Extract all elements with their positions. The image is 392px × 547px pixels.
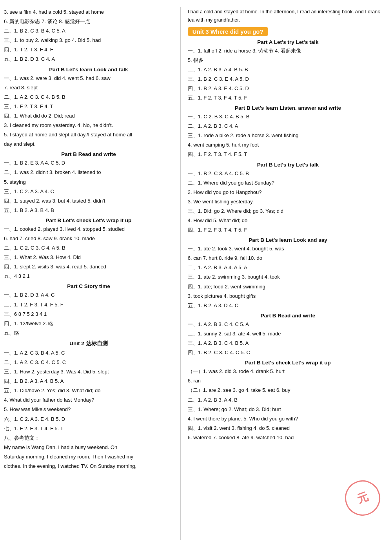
answer-line: （一）1. was 2. did 3. rode 4. drank 5. hur… <box>188 367 388 376</box>
answer-line: 四、1. slept 2. visits 3. was 4. read 5. d… <box>4 263 173 271</box>
answer-line: 二、1. B 2. C 3. B 4. C 5. A <box>4 27 173 35</box>
answer-line: 二、1. A 2. C 3. C 4. C 5. C <box>4 358 173 367</box>
answer-line: 八、参考范文： <box>4 434 173 442</box>
section-title: Part B Read and write <box>188 313 388 319</box>
answer-line: 五、4 3 2 1 <box>4 272 173 281</box>
intro-text: I had a cold and stayed at home. In the … <box>188 8 388 25</box>
answer-line: 一、1. A 2. B 3. C 4. C 5. A <box>188 320 388 329</box>
answer-line: 5. staying <box>4 178 173 187</box>
section-title: Part C Story time <box>4 283 173 289</box>
answer-line: 5. How was Mike's weekend? <box>4 405 173 414</box>
answer-line: 三、1. to buy 2. walking 3. go 4. Did 5. h… <box>4 36 173 45</box>
answer-line: 6. can 7. hurt 8. ride 9. fall 10. do <box>188 254 388 263</box>
answer-line: 二、1. A 2. C 3. C 4. B 5. B <box>4 93 173 101</box>
answer-line: Saturday morning, I cleaned my room. The… <box>4 453 173 461</box>
unit-banner: Unit 3 Where did you go? <box>188 27 388 36</box>
answer-line: 三、1. Did; go 2. Where did; go 3. Yes; di… <box>188 207 388 216</box>
right-column: I had a cold and stayed at home. In the … <box>181 7 388 540</box>
answer-line: 四、1. visit 2. went 3. fishing 4. do 5. c… <box>188 424 388 433</box>
answer-line: 五、1. B 2. A 3. D 4. C <box>188 301 388 310</box>
answer-line: day and slept. <box>4 140 173 149</box>
answer-line: 五、1. F 2. T 3. F 4. T 5. F <box>188 94 388 102</box>
answer-line: 三、6 8 7 5 2 3 4 1 <box>4 310 173 319</box>
answer-line: 一、1. B 2. E 3. A 4. C 5. D <box>4 159 173 167</box>
answer-line: 一、1. A 2. C 3. B 4. A 5. C <box>4 349 173 357</box>
section-title: Part B Let's try Let's talk <box>188 162 388 168</box>
answer-line: 2. How did you go to Hangzhou? <box>188 188 388 197</box>
answer-line: 二、1. C 2. C 3. C 4. A 5. B <box>4 244 173 252</box>
answer-line: （二）1. are 2. see 3. go 4. take 5. eat 6.… <box>188 386 388 395</box>
answer-line: 3. We went fishing yesterday. <box>188 197 388 206</box>
answer-line: 二、1. A 2. B 3. A 4. B 5. B <box>188 65 388 74</box>
answer-line: 六、1. C 2. A 3. E 4. B 5. D <box>4 415 173 424</box>
answer-line: 三、1. B 2. C 3. E 4. A 5. D <box>188 75 388 83</box>
answer-line: 四、1. B 2. A 3. E 4. C 5. D <box>188 84 388 93</box>
answer-line: 三、1. rode a bike 2. rode a horse 3. went… <box>188 131 388 140</box>
answer-line: 四、1. F 2. F 3. T 4. T 5. F <box>188 226 388 234</box>
answer-line: 三、1. How 2. yesterday 3. Was 4. Did 5. s… <box>4 368 173 376</box>
answer-line: 一、1. was 2. were 3. did 4. went 5. had 6… <box>4 74 173 83</box>
answer-line: 二、1. A 2. B 3. A 4. A 5. A <box>188 263 388 272</box>
answer-line: 二、1. sunny 2. sat 3. ate 4. well 5. made <box>188 330 388 338</box>
answer-line: 一、1. fall off 2. ride a horse 3. 劳动节 4. … <box>188 47 388 55</box>
answer-line: 三、1. ate 2. swimming 3. bought 4. took <box>188 273 388 281</box>
section-title: Part A Let's try Let's talk <box>188 39 388 45</box>
answer-line: 四、1. B 2. C 3. C 4. C 5. C <box>188 348 388 357</box>
left-column: 3. see a film 4. had a cold 5. stayed at… <box>4 7 181 540</box>
answer-line: 四、1. 12/twelve 2. 略 <box>4 319 173 328</box>
answer-line: 三、1. What 2. Was 3. How 4. Did <box>4 253 173 262</box>
answer-line: 一、1. ate 2. took 3. went 4. bought 5. wa… <box>188 245 388 253</box>
answer-line: 四、1. What did do 2. Did; read <box>4 112 173 120</box>
answer-line: 6. ran <box>188 377 388 385</box>
answer-line: 七、1. F 2. F 3. T 4. F 5. T <box>4 424 173 433</box>
answer-line: 三、1. F 2. T 3. F 4. T <box>4 102 173 111</box>
answer-line: 一、1. B 2. D 3. A 4. C <box>4 291 173 299</box>
section-title: Part B Let's learn Look and talk <box>4 67 173 72</box>
answer-line: 五、1. B 2. D 3. C 4. A <box>4 55 173 63</box>
page: 3. see a film 4. had a cold 5. stayed at… <box>0 0 392 547</box>
answer-line: 3. I cleaned my room yesterday. 4. No, h… <box>4 121 173 130</box>
answer-line: 四、1. stayed 2. was 3. but 4. tasted 5. d… <box>4 197 173 205</box>
answer-line: 二、1. A 2. B 3. C 4. A <box>188 122 388 130</box>
answer-line: 6. had 7. cried 8. saw 9. drank 10. made <box>4 234 173 243</box>
answer-line: 三、1. C 2. A 3. A 4. C <box>4 187 173 196</box>
answer-line: 一、1. C 2. B 3. C 4. B 5. B <box>188 112 388 121</box>
answer-line: 二、1. Where did you go last Sunday? <box>188 179 388 187</box>
answer-line: 4. How did 5. What did; do <box>188 216 388 225</box>
answer-line: My name is Wang Dan. I had a busy weeken… <box>4 443 173 452</box>
answer-line: clothes. In the evening, I watched TV. O… <box>4 462 173 471</box>
answer-line: 二、1. T 2. F 3. T 4. F 5. F <box>4 301 173 309</box>
answer-line: 4. went camping 5. hurt my foot <box>188 141 388 149</box>
answer-line: 四、1. B 2. A 3. A 4. B 5. A <box>4 377 173 386</box>
answer-line: 三、1. Where; go 2. What; do 3. Did; hurt <box>188 405 388 414</box>
answer-line: 5. 很多 <box>188 56 388 65</box>
answer-line: 四、1. F 2. T 3. T 4. F 5. T <box>188 150 388 159</box>
answer-line: 三、1. A 2. B 3. C 4. B 5. A <box>188 339 388 348</box>
section-title: Part B Let's learn Look and say <box>188 237 388 243</box>
answer-line: 四、1. ate; food 2. went swimming <box>188 283 388 291</box>
answer-line: 3. took pictures 4. bought gifts <box>188 292 388 301</box>
answer-line: 五、1. Did/have 2. Yes; did 3. What did; d… <box>4 386 173 395</box>
answer-line: 五、1. B 2. A 3. B 4. B <box>4 206 173 215</box>
answer-line: 6. watered 7. cooked 8. ate 9. watched 1… <box>188 433 388 442</box>
answer-line: 四、1. T 2. T 3. F 4. F <box>4 45 173 54</box>
answer-line: 5. I stayed at home and slept all day./I… <box>4 130 173 139</box>
section-title: Part B Let's learn Listen. answer and wr… <box>188 105 388 111</box>
answer-line: 3. see a film 4. had a cold 5. stayed at… <box>4 8 173 16</box>
answer-line: 一、1. cooked 2. played 3. lived 4. stoppe… <box>4 225 173 234</box>
section-title: Unit 2 达标自测 <box>4 340 173 347</box>
answer-line: 7. read 8. slept <box>4 83 173 92</box>
answer-line: 6. 新的电影杂志 7. 谈论 8. 感觉好一点 <box>4 17 173 26</box>
section-title: Part B Read and write <box>4 151 173 157</box>
answer-line: 4. I went there by plane. 5. Who did you… <box>188 415 388 423</box>
answer-line: 五、略 <box>4 329 173 337</box>
answer-line: 二、1. A 2. B 3. A 4. B <box>188 396 388 404</box>
section-title: Part B Let's check Let's wrap it up <box>188 360 388 366</box>
answer-line: 二、1. was 2. didn't 3. broken 4. listened… <box>4 168 173 177</box>
section-title: Part B Let's check Let's wrap it up <box>4 217 173 223</box>
answer-line: 4. What did your father do last Monday? <box>4 396 173 404</box>
answer-line: 一、1. B 2. C 3. A 4. C 5. B <box>188 169 388 178</box>
